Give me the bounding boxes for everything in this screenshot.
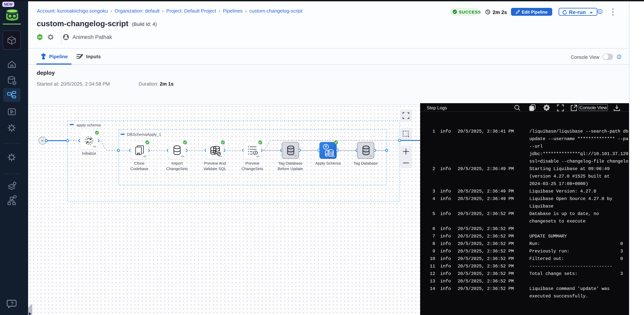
svg-text:?: ? [11, 301, 14, 306]
svg-text:∞: ∞ [38, 34, 42, 40]
